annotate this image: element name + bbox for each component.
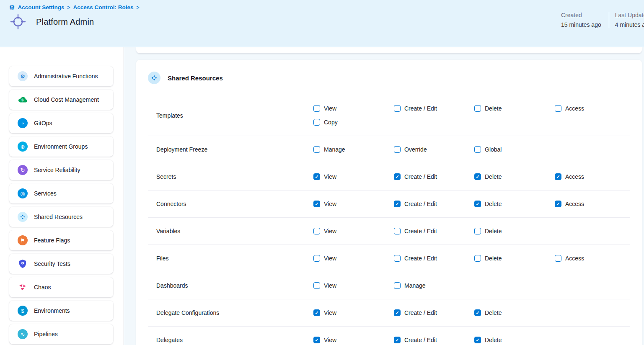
checkbox-unchecked-icon[interactable] (394, 105, 401, 112)
permission-label: Delete (485, 228, 502, 234)
permission-cell: ✓Delete (474, 199, 555, 209)
permission-cell: View (313, 227, 394, 236)
checkbox-checked-icon[interactable]: ✓ (394, 201, 401, 207)
sidebar-item-environment-groups[interactable]: ⊚Environment Groups (9, 136, 113, 157)
resource-label: Connectors (148, 201, 313, 207)
checkbox-checked-icon[interactable]: ✓ (313, 201, 320, 207)
permission-checkbox-secrets-delete[interactable]: ✓Delete (474, 172, 555, 181)
permission-checkbox-connectors-view[interactable]: ✓View (313, 199, 394, 209)
permission-row-files: FilesViewCreate / EditDeleteAccess (148, 245, 630, 272)
checkbox-unchecked-icon[interactable] (313, 119, 320, 126)
sidebar-item-service-reliability[interactable]: ↻Service Reliability (9, 160, 113, 180)
permission-checkbox-secrets-view[interactable]: ✓View (313, 172, 394, 181)
checkbox-checked-icon[interactable]: ✓ (313, 337, 320, 343)
checkbox-checked-icon[interactable]: ✓ (313, 173, 320, 180)
checkbox-unchecked-icon[interactable] (394, 282, 401, 289)
permission-checkbox-templates-copy[interactable]: Copy (313, 118, 394, 127)
sidebar-item-label: Shared Resources (34, 214, 83, 220)
checkbox-checked-icon[interactable]: ✓ (394, 337, 401, 343)
checkbox-unchecked-icon[interactable] (474, 105, 481, 112)
sidebar-item-administrative-functions[interactable]: ⚙Administrative Functions (9, 66, 113, 86)
permission-checkbox-templates-access[interactable]: Access (555, 104, 635, 113)
sidebar-item-environments[interactable]: $Environments (9, 301, 113, 321)
permission-checkbox-deployment-freeze-override[interactable]: Override (394, 145, 474, 154)
permission-cell: ✓Delete (474, 308, 555, 317)
permission-checkbox-dashboards-view[interactable]: View (313, 281, 394, 290)
permission-label: Access (565, 173, 584, 180)
permission-checkbox-secrets-create-edit[interactable]: ✓Create / Edit (394, 172, 474, 181)
breadcrumb-access-control-roles[interactable]: Access Control: Roles (73, 4, 133, 10)
checkbox-checked-icon[interactable]: ✓ (394, 309, 401, 316)
resource-label: Dashboards (148, 282, 313, 289)
checkbox-checked-icon[interactable]: ✓ (474, 309, 481, 316)
breadcrumb-account-settings[interactable]: Account Settings (18, 4, 64, 10)
checkbox-unchecked-icon[interactable] (394, 228, 401, 234)
sidebar-item-pipelines[interactable]: ∿Pipelines (9, 324, 113, 344)
checkbox-unchecked-icon[interactable] (555, 105, 561, 112)
checkbox-unchecked-icon[interactable] (394, 255, 401, 262)
permission-checkbox-templates-delete[interactable]: Delete (474, 104, 555, 113)
permission-checkbox-delegates-create-edit[interactable]: ✓Create / Edit (394, 335, 474, 345)
checkbox-checked-icon[interactable]: ✓ (474, 201, 481, 207)
permission-checkbox-delegate-configurations-view[interactable]: ✓View (313, 308, 394, 317)
checkbox-checked-icon[interactable]: ✓ (474, 337, 481, 343)
checkbox-unchecked-icon[interactable] (474, 146, 481, 153)
checkbox-unchecked-icon[interactable] (313, 146, 320, 153)
sidebar-item-shared-resources[interactable]: Shared Resources (9, 207, 113, 227)
permission-cell: ViewCopy (313, 104, 394, 127)
environment-groups-icon: ⊚ (18, 142, 28, 152)
permission-checkbox-delegate-configurations-delete[interactable]: ✓Delete (474, 308, 555, 317)
checkbox-checked-icon[interactable]: ✓ (555, 173, 561, 180)
permission-checkbox-templates-view[interactable]: View (313, 104, 394, 113)
permission-checkbox-variables-view[interactable]: View (313, 227, 394, 236)
sidebar-item-gitops[interactable]: ◔GitOps (9, 113, 113, 133)
sidebar-item-feature-flags[interactable]: ⚑Feature Flags (9, 230, 113, 250)
permission-row-templates: TemplatesViewCopyCreate / EditDeleteAcce… (148, 95, 630, 136)
permission-checkbox-connectors-create-edit[interactable]: ✓Create / Edit (394, 199, 474, 209)
permission-checkbox-files-access[interactable]: Access (555, 254, 635, 263)
permission-checkbox-connectors-delete[interactable]: ✓Delete (474, 199, 555, 209)
permission-checkbox-delegates-view[interactable]: ✓View (313, 335, 394, 345)
permission-checkbox-delegates-delete[interactable]: ✓Delete (474, 335, 555, 345)
permission-cell: View (313, 254, 394, 263)
checkbox-checked-icon[interactable]: ✓ (555, 201, 561, 207)
checkbox-checked-icon[interactable]: ✓ (474, 173, 481, 180)
sidebar-item-cloud-cost-management[interactable]: $Cloud Cost Management (9, 90, 113, 110)
security-tests-icon (18, 259, 28, 269)
permission-checkbox-variables-create-edit[interactable]: Create / Edit (394, 227, 474, 236)
permission-checkbox-dashboards-manage[interactable]: Manage (394, 281, 474, 290)
permission-checkbox-deployment-freeze-global[interactable]: Global (474, 145, 555, 154)
permission-cell: ✓View (313, 335, 394, 345)
permission-label: Access (565, 105, 584, 112)
sidebar-item-security-tests[interactable]: Security Tests (9, 254, 113, 274)
title-row: Platform Admin (9, 13, 644, 31)
sidebar-item-services[interactable]: ◎Services (9, 183, 113, 203)
checkbox-unchecked-icon[interactable] (313, 105, 320, 112)
permission-cell: ✓View (313, 172, 394, 181)
permission-checkbox-files-delete[interactable]: Delete (474, 254, 555, 263)
chaos-icon (18, 282, 28, 292)
checkbox-unchecked-icon[interactable] (555, 255, 561, 262)
permission-checkbox-variables-delete[interactable]: Delete (474, 227, 555, 236)
permission-checkbox-connectors-access[interactable]: ✓Access (555, 199, 635, 209)
permission-checkbox-templates-create-edit[interactable]: Create / Edit (394, 104, 474, 113)
checkbox-unchecked-icon[interactable] (313, 255, 320, 262)
checkbox-unchecked-icon[interactable] (313, 228, 320, 234)
checkbox-checked-icon[interactable]: ✓ (394, 173, 401, 180)
checkbox-unchecked-icon[interactable] (474, 255, 481, 262)
permission-label: Create / Edit (404, 337, 437, 343)
checkbox-unchecked-icon[interactable] (313, 282, 320, 289)
permission-checkbox-delegate-configurations-create-edit[interactable]: ✓Create / Edit (394, 308, 474, 317)
sidebar-item-chaos[interactable]: Chaos (9, 277, 113, 297)
permission-row-secrets: Secrets✓View✓Create / Edit✓Delete✓Access (148, 163, 630, 191)
permission-checkbox-files-view[interactable]: View (313, 254, 394, 263)
permission-checkbox-files-create-edit[interactable]: Create / Edit (394, 254, 474, 263)
checkbox-unchecked-icon[interactable] (474, 228, 481, 234)
checkbox-checked-icon[interactable]: ✓ (313, 309, 320, 316)
section-header: Shared Resources (136, 72, 642, 84)
permission-checkbox-deployment-freeze-manage[interactable]: Manage (313, 145, 394, 154)
permission-checkbox-secrets-access[interactable]: ✓Access (555, 172, 635, 181)
permission-cell: Delete (474, 227, 555, 236)
checkbox-unchecked-icon[interactable] (394, 146, 401, 153)
permission-label: Manage (324, 146, 345, 153)
